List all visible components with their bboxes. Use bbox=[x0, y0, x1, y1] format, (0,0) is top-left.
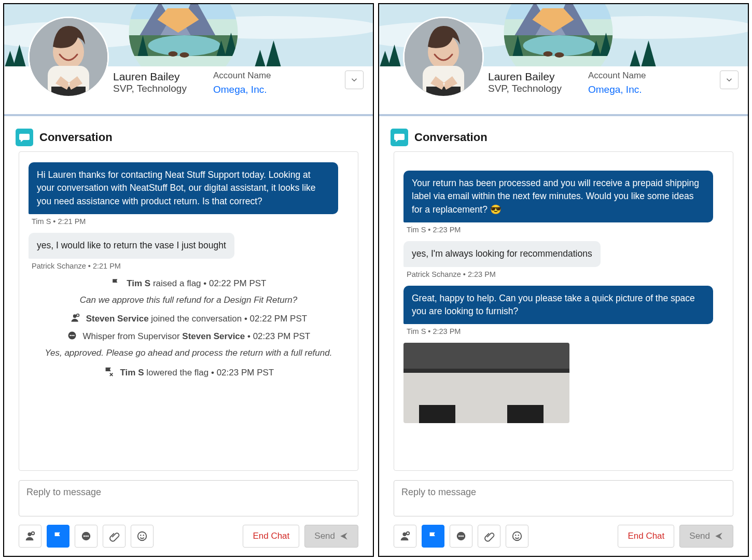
send-label: Send bbox=[689, 531, 710, 541]
expand-button[interactable] bbox=[345, 71, 364, 89]
whisper-icon bbox=[455, 530, 467, 542]
flag-button[interactable] bbox=[47, 525, 69, 548]
chevron-down-icon bbox=[725, 75, 734, 85]
transfer-button[interactable] bbox=[19, 525, 41, 548]
paperclip-icon bbox=[483, 530, 495, 542]
message-meta: Patrick Schanze • 2:21 PM bbox=[32, 262, 345, 270]
svg-rect-38 bbox=[507, 405, 544, 423]
user-transfer-icon bbox=[24, 530, 36, 542]
account-label: Account Name bbox=[213, 71, 271, 81]
contact-title: SVP, Technology bbox=[488, 83, 579, 94]
contact-title: SVP, Technology bbox=[113, 83, 204, 94]
system-whisper: Whisper from Supervisor Steven Service •… bbox=[26, 330, 351, 342]
agent-message: Hi Lauren thanks for contacting Neat Stu… bbox=[29, 162, 349, 226]
whisper-button[interactable] bbox=[75, 525, 98, 548]
conversation-icon bbox=[391, 129, 408, 146]
emoji-icon bbox=[511, 530, 523, 542]
account-link[interactable]: Omega, Inc. bbox=[588, 84, 646, 95]
message-thread: Your return has been processed and you w… bbox=[394, 151, 733, 471]
chat-panel-right: Lauren Bailey SVP, Technology Account Na… bbox=[378, 3, 749, 557]
composer-toolbar: End Chat Send bbox=[19, 525, 358, 548]
message-text: Your return has been processed and you w… bbox=[403, 171, 713, 222]
svg-rect-37 bbox=[419, 405, 455, 423]
hero-banner bbox=[379, 4, 748, 66]
reply-input[interactable] bbox=[394, 480, 733, 516]
system-user-joined: Steven Service joined the conversation •… bbox=[26, 313, 351, 324]
message-text: yes, I would like to return the vase I j… bbox=[29, 233, 234, 258]
attached-image[interactable] bbox=[403, 343, 569, 423]
agent-message: Great, happy to help. Can you please tak… bbox=[403, 286, 723, 336]
message-text: Great, happy to help. Can you please tak… bbox=[403, 286, 713, 325]
whisper-icon bbox=[80, 530, 92, 542]
customer-message: yes, I'm always looking for recommendati… bbox=[403, 241, 723, 278]
message-composer bbox=[394, 480, 733, 519]
account-link[interactable]: Omega, Inc. bbox=[213, 84, 271, 95]
message-composer bbox=[19, 480, 358, 519]
whisper-note: Yes, approved. Please go ahead and proce… bbox=[26, 348, 351, 358]
flag-button[interactable] bbox=[422, 525, 444, 548]
composer-toolbar: End Chat Send bbox=[394, 525, 733, 548]
attach-button[interactable] bbox=[478, 525, 500, 548]
contact-name: Lauren Bailey bbox=[488, 71, 579, 83]
message-thread: Hi Lauren thanks for contacting Neat Stu… bbox=[19, 151, 358, 471]
message-meta: Tim S • 2:23 PM bbox=[407, 327, 720, 335]
account-label: Account Name bbox=[588, 71, 646, 81]
end-chat-button[interactable]: End Chat bbox=[243, 525, 299, 548]
system-flag-lowered: Tim S lowered the flag • 02:23 PM PST bbox=[26, 366, 351, 378]
message-meta: Tim S • 2:23 PM bbox=[407, 226, 720, 234]
customer-message: yes, I would like to return the vase I j… bbox=[29, 233, 349, 270]
emoji-button[interactable] bbox=[131, 525, 154, 548]
end-chat-button[interactable]: End Chat bbox=[618, 525, 674, 548]
chevron-down-icon bbox=[350, 75, 359, 85]
hero-banner bbox=[4, 4, 373, 66]
emoji-button[interactable] bbox=[506, 525, 528, 548]
contact-name: Lauren Bailey bbox=[113, 71, 204, 83]
conversation-header: Conversation bbox=[379, 116, 748, 151]
flag-icon bbox=[52, 530, 64, 542]
contact-avatar bbox=[28, 17, 109, 97]
send-button[interactable]: Send bbox=[679, 525, 733, 548]
message-text: yes, I'm always looking for recommendati… bbox=[403, 241, 601, 267]
conversation-title: Conversation bbox=[39, 131, 113, 144]
agent-message: Your return has been processed and you w… bbox=[403, 171, 723, 234]
whisper-icon bbox=[67, 330, 77, 341]
send-icon bbox=[714, 531, 723, 541]
flag-icon bbox=[427, 530, 439, 542]
send-icon bbox=[339, 531, 349, 541]
message-text: Hi Lauren thanks for contacting Neat Stu… bbox=[29, 162, 338, 214]
send-button[interactable]: Send bbox=[304, 525, 358, 548]
contact-avatar bbox=[403, 17, 484, 97]
flag-icon bbox=[110, 277, 121, 288]
system-flag-raised: Tim S raised a flag • 02:22 PM PST bbox=[26, 277, 351, 289]
conversation-icon bbox=[16, 129, 33, 146]
attach-button[interactable] bbox=[103, 525, 126, 548]
svg-rect-35 bbox=[403, 343, 569, 371]
transfer-button[interactable] bbox=[394, 525, 416, 548]
svg-rect-36 bbox=[403, 369, 569, 373]
user-transfer-icon bbox=[399, 530, 411, 542]
user-join-icon bbox=[70, 313, 80, 323]
whisper-button[interactable] bbox=[450, 525, 472, 548]
expand-button[interactable] bbox=[720, 71, 739, 89]
send-label: Send bbox=[314, 531, 335, 541]
emoji-icon bbox=[136, 530, 148, 542]
reply-input[interactable] bbox=[19, 480, 358, 516]
paperclip-icon bbox=[108, 530, 120, 542]
message-meta: Patrick Schanze • 2:23 PM bbox=[407, 270, 720, 278]
message-meta: Tim S • 2:21 PM bbox=[32, 217, 345, 226]
flag-note: Can we approve this full refund for a De… bbox=[26, 295, 351, 305]
conversation-title: Conversation bbox=[414, 131, 488, 144]
conversation-header: Conversation bbox=[4, 116, 373, 151]
chat-panel-left: Lauren Bailey SVP, Technology Account Na… bbox=[3, 3, 374, 557]
flag-lowered-icon bbox=[103, 366, 115, 377]
